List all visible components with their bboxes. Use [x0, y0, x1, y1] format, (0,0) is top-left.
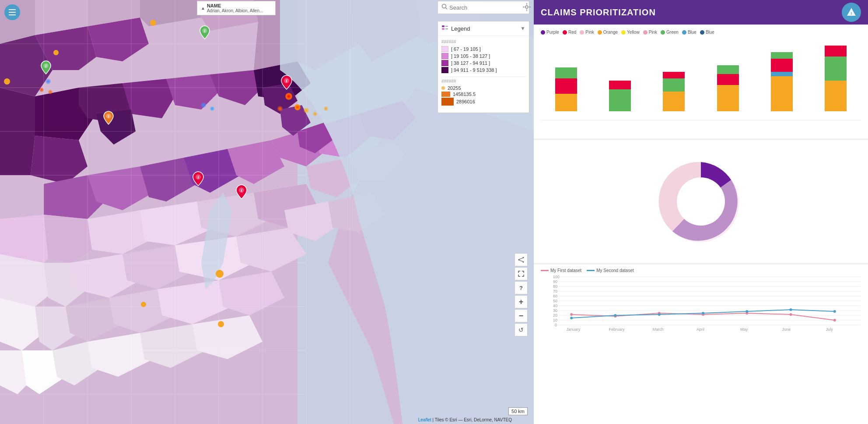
search-panel[interactable]: [438, 1, 529, 14]
bar-group-3[interactable]: [703, 41, 753, 111]
svg-point-148: [614, 314, 616, 317]
orange-dot-3: [218, 321, 224, 327]
legend-dot-2: 1458135.5: [441, 92, 525, 97]
svg-text:February: February: [609, 327, 625, 332]
legend-purple: Purple: [541, 30, 559, 35]
svg-text:90: 90: [553, 279, 557, 284]
svg-point-80: [442, 4, 446, 8]
red-marker-2[interactable]: i: [192, 171, 204, 188]
bar-segment: [609, 81, 631, 89]
heat-dot-5: [313, 112, 317, 116]
bar-group-0[interactable]: [541, 41, 591, 111]
zoom-in-button[interactable]: +: [514, 295, 528, 308]
bar-group-4[interactable]: [756, 41, 807, 111]
svg-text:May: May: [740, 327, 748, 332]
bar-segment: [717, 85, 739, 111]
donut-chart-section: [534, 140, 868, 263]
bar-segment: [825, 81, 847, 111]
svg-point-110: [677, 177, 725, 226]
line-chart-section: My First dataset My Second dataset 100 9…: [534, 265, 868, 424]
leaflet-link[interactable]: Leaflet: [418, 417, 431, 422]
help-button[interactable]: ?: [514, 281, 528, 294]
svg-text:50: 50: [553, 299, 557, 303]
legend-blue-dark: Blue: [700, 30, 714, 35]
svg-text:80: 80: [553, 284, 557, 289]
svg-line-81: [446, 8, 448, 10]
line-chart-legend: My First dataset My Second dataset: [541, 268, 861, 273]
legend-color-items: [ 67 - 19 105 ] ] 19 105 - 38 127 ] ] 38…: [441, 46, 525, 73]
donut-chart-wrapper: [541, 153, 861, 250]
heat-dot-2: [294, 104, 301, 110]
heat-dot-10: [39, 88, 44, 92]
svg-line-107: [519, 260, 523, 261]
legend-header[interactable]: Legend ▼: [438, 21, 529, 36]
svg-text:10: 10: [553, 318, 557, 322]
legend-yellow: Yellow: [621, 30, 640, 35]
svg-point-152: [790, 308, 792, 311]
expand-button[interactable]: [514, 267, 528, 280]
bar-segment: [717, 74, 739, 85]
legend-layer-name2: ######: [441, 79, 525, 84]
green-marker-2[interactable]: i: [199, 25, 210, 42]
bar-segment: [825, 57, 847, 81]
bar-chart-section: Purple Red Pink Orange Yellow Pink: [534, 25, 868, 138]
orange-dot-5: [53, 50, 59, 55]
bar-segment: [663, 78, 685, 92]
legend-pink-med: Pink: [643, 30, 657, 35]
bar-segment: [555, 78, 577, 94]
bar-segment: [771, 59, 793, 72]
svg-point-82: [525, 6, 528, 8]
orange-marker-1[interactable]: i: [103, 110, 114, 127]
search-icon: [441, 4, 448, 11]
zoom-out-button[interactable]: −: [514, 309, 528, 322]
legend-red: Red: [563, 30, 576, 35]
legend-layer-name1: ######: [441, 39, 525, 44]
legend-orange: Orange: [598, 30, 618, 35]
line-legend-1: My First dataset: [541, 268, 581, 273]
orange-dot-2: [216, 270, 224, 278]
svg-text:i: i: [204, 28, 206, 33]
bar-group-2[interactable]: [649, 41, 699, 111]
scale-bar: 50 km: [508, 407, 528, 415]
heat-dot-1: [285, 93, 292, 100]
reset-button[interactable]: ↺: [514, 323, 528, 336]
svg-point-146: [833, 319, 836, 322]
heat-dot-11: [48, 90, 52, 94]
legend-expand-icon[interactable]: ▼: [520, 25, 525, 32]
svg-text:!: !: [851, 11, 852, 16]
green-marker-1[interactable]: i: [40, 60, 52, 77]
svg-point-147: [570, 317, 573, 319]
map-container[interactable]: ▲ NAME Adrian, Akron, Albion, Allen...: [0, 0, 534, 424]
legend-dot-items: 20255 1458135.5 2896016: [441, 85, 525, 106]
svg-point-149: [658, 313, 661, 316]
search-input[interactable]: [449, 4, 523, 11]
bar-segment: [555, 67, 577, 78]
svg-text:i: i: [46, 64, 47, 68]
legend-blue: Blue: [682, 30, 696, 35]
legend-item-3: ] 38 127 - 94 911 ]: [441, 60, 525, 66]
orange-dot-1: [150, 20, 156, 26]
bar-segment: [609, 89, 631, 111]
svg-point-140: [570, 313, 573, 316]
svg-line-106: [519, 258, 523, 259]
share-button[interactable]: [514, 253, 528, 266]
claims-title: CLAIMS PRIORITIZATION: [541, 7, 656, 18]
bar-group-5[interactable]: [811, 41, 861, 111]
bar-segment: [663, 92, 685, 111]
red-marker-1[interactable]: i: [280, 74, 293, 92]
bar-group-1[interactable]: [595, 41, 645, 111]
orange-dot-6: [4, 78, 10, 85]
heat-dot-3: [277, 106, 283, 111]
svg-text:40: 40: [553, 304, 557, 308]
menu-button[interactable]: [4, 4, 20, 20]
legend-item-4: ] 94 911 - 9 519 338 ]: [441, 67, 525, 73]
svg-point-145: [790, 313, 792, 316]
map-controls: ? + − ↺: [514, 253, 528, 336]
legend-dot-3: 2896016: [441, 98, 525, 106]
red-marker-3[interactable]: i: [235, 184, 248, 201]
locate-icon[interactable]: [523, 3, 531, 12]
svg-point-153: [833, 310, 836, 313]
location-popup: ▲ NAME Adrian, Akron, Albion, Allen...: [197, 1, 276, 15]
bar-segment: [771, 52, 793, 59]
heat-dot-4: [304, 108, 309, 113]
